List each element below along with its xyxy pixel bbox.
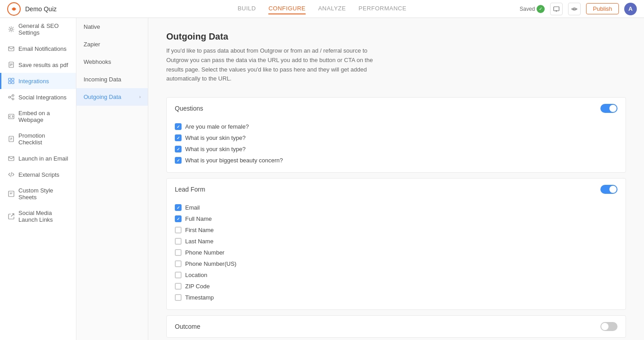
tab-configure[interactable]: CONFIGURE [268, 3, 306, 14]
sidebar-label-promotion-checklist: Promotion Checklist [18, 132, 70, 146]
subsidebar: Native Zapier Webhooks Incoming Data Out… [76, 18, 148, 340]
lead-form-row-6: Location [175, 269, 617, 281]
questions-section-body: ✓ Are you male or female? ✓ What is your… [167, 119, 626, 172]
svg-point-17 [12, 98, 14, 100]
eye-icon[interactable] [568, 3, 581, 15]
publish-button[interactable]: Publish [586, 3, 619, 14]
pdf-icon [8, 61, 15, 68]
embed-icon [8, 113, 15, 120]
lead-form-label-6: Location [185, 272, 207, 278]
lead-form-toggle-knob [609, 186, 617, 193]
topnav-tabs: BUILD CONFIGURE ANALYZE PERFORMANCE [238, 3, 407, 14]
svg-point-15 [12, 94, 14, 96]
svg-line-19 [10, 98, 12, 98]
question-label-0: Are you male or female? [185, 123, 249, 130]
sidebar-item-social-integrations[interactable]: Social Integrations [0, 89, 76, 105]
subsidebar-label-webhooks: Webhooks [84, 58, 111, 65]
question-row-2: ✓ What is your skin type? [175, 143, 617, 155]
sidebar-label-launch-email: Launch in an Email [18, 155, 68, 162]
email-icon [8, 45, 15, 52]
lead-form-cb-3[interactable] [175, 238, 182, 245]
question-label-2: What is your skin type? [185, 146, 245, 152]
script-icon [8, 171, 15, 178]
sidebar-item-save-results[interactable]: Save results as pdf [0, 57, 76, 73]
question-row-0: ✓ Are you male or female? [175, 121, 617, 132]
sidebar-label-general-seo: General & SEO Settings [18, 22, 70, 36]
questions-section-header: Questions [167, 98, 626, 119]
tab-build[interactable]: BUILD [238, 3, 256, 14]
lead-form-label-5: Phone Number(US) [185, 260, 236, 267]
sidebar-label-social-media-launch: Social Media Launch Links [18, 210, 70, 223]
question-cb-3[interactable]: ✓ [175, 157, 182, 164]
subsidebar-item-zapier[interactable]: Zapier [76, 36, 148, 53]
sidebar-label-embed-webpage: Embed on a Webpage [18, 110, 70, 123]
topnav: Demo Quiz BUILD CONFIGURE ANALYZE PERFOR… [0, 0, 644, 18]
outcome-label: Outcome [175, 323, 200, 330]
lead-form-row-4: Phone Number [175, 247, 617, 258]
saved-badge: Saved ✓ [520, 5, 545, 13]
subsidebar-label-zapier: Zapier [84, 41, 100, 48]
lead-form-toggle[interactable] [600, 185, 617, 194]
outcome-toggle[interactable] [600, 322, 617, 331]
lead-form-label-2: First Name [185, 227, 214, 233]
lead-form-cb-0[interactable]: ✓ [175, 204, 182, 211]
sidebar-label-social-integrations: Social Integrations [18, 94, 67, 101]
subsidebar-label-outgoing-data: Outgoing Data [84, 94, 121, 100]
subsidebar-item-webhooks[interactable]: Webhooks [76, 53, 148, 71]
question-row-3: ✓ What is your biggest beauty concern? [175, 155, 617, 166]
lead-form-row-3: Last Name [175, 236, 617, 247]
sidebar-item-general-seo[interactable]: General & SEO Settings [0, 18, 76, 40]
lead-form-section: Lead Form ✓ Email ✓ Full Name First Name [166, 178, 626, 310]
sidebar-item-social-media-launch[interactable]: Social Media Launch Links [0, 205, 76, 228]
lead-form-row-7: ZIP Code [175, 281, 617, 292]
tab-performance[interactable]: PERFORMANCE [359, 3, 407, 14]
layout: General & SEO Settings Email Notificatio… [0, 18, 644, 340]
lead-form-label: Lead Form [175, 186, 205, 193]
sidebar-item-email-notifications[interactable]: Email Notifications [0, 40, 76, 57]
questions-toggle[interactable] [600, 104, 617, 113]
sidebar-label-integrations: Integrations [18, 78, 49, 85]
lead-form-cb-8[interactable] [175, 294, 182, 301]
question-cb-1[interactable]: ✓ [175, 134, 182, 141]
lead-form-cb-7[interactable] [175, 283, 182, 290]
outcome-toggle-knob [601, 323, 608, 330]
sidebar: General & SEO Settings Email Notificatio… [0, 18, 76, 340]
sidebar-label-external-scripts: External Scripts [18, 171, 59, 178]
sidebar-item-external-scripts[interactable]: External Scripts [0, 166, 76, 183]
avatar: A [624, 3, 637, 15]
lead-form-cb-6[interactable] [175, 272, 182, 278]
sidebar-item-promotion-checklist[interactable]: Promotion Checklist [0, 128, 76, 150]
lead-form-cb-2[interactable] [175, 227, 182, 233]
svg-point-16 [9, 96, 10, 98]
launch-email-icon [8, 155, 15, 162]
sidebar-item-custom-style-sheets[interactable]: Custom Style Sheets [0, 183, 76, 205]
sidebar-item-integrations[interactable]: Integrations [0, 73, 76, 89]
subsidebar-item-incoming-data[interactable]: Incoming Data [76, 71, 148, 88]
subsidebar-item-outgoing-data[interactable]: Outgoing Data › [76, 88, 148, 106]
lead-form-label-7: ZIP Code [185, 283, 210, 290]
preview-icon[interactable] [550, 3, 563, 15]
svg-point-5 [10, 28, 13, 31]
question-row-1: ✓ What is your skin type? [175, 132, 617, 143]
svg-rect-13 [9, 81, 11, 84]
subsidebar-item-native[interactable]: Native [76, 18, 148, 36]
lead-form-section-body: ✓ Email ✓ Full Name First Name Last Name [167, 200, 626, 309]
sidebar-item-embed-webpage[interactable]: Embed on a Webpage [0, 105, 76, 128]
question-label-1: What is your skin type? [185, 134, 245, 141]
lead-form-label-4: Phone Number [185, 249, 224, 256]
lead-form-cb-4[interactable] [175, 249, 182, 256]
questions-toggle-knob [609, 105, 617, 112]
lead-form-cb-5[interactable] [175, 260, 182, 267]
question-cb-2[interactable]: ✓ [175, 146, 182, 152]
tab-analyze[interactable]: ANALYZE [318, 3, 346, 14]
question-cb-0[interactable]: ✓ [175, 123, 182, 130]
sidebar-label-email-notifications: Email Notifications [18, 45, 67, 52]
questions-label: Questions [175, 105, 203, 112]
lead-form-cb-1[interactable]: ✓ [175, 215, 182, 222]
app-logo [7, 2, 21, 16]
checklist-icon [8, 135, 15, 143]
sidebar-item-launch-email[interactable]: Launch in an Email [0, 150, 76, 166]
main-content: Outgoing Data If you'd like to pass data… [148, 18, 644, 340]
lead-form-label-0: Email [185, 204, 200, 211]
sidebar-label-save-results: Save results as pdf [18, 62, 68, 68]
